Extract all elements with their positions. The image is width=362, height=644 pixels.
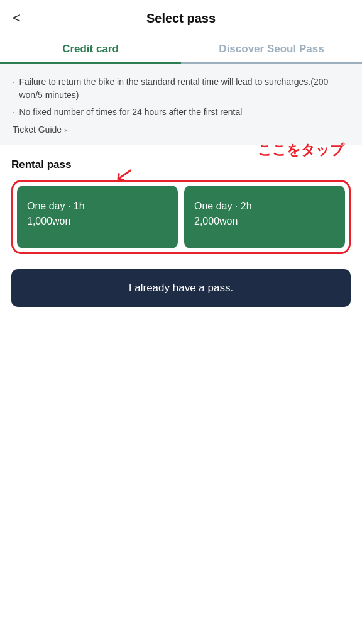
back-button[interactable]: <: [13, 11, 21, 25]
pass-card-2h-line1: One day · 2h: [194, 201, 335, 212]
info-item-1: Failure to return the bike in the standa…: [13, 75, 349, 102]
pass-card-1h[interactable]: One day · 1h 1,000won: [17, 186, 178, 248]
info-box: Failure to return the bike in the standa…: [0, 64, 362, 145]
ticket-guide-link[interactable]: Ticket Guide ›: [13, 125, 349, 135]
pass-cards-container: One day · 1h 1,000won One day · 2h 2,000…: [11, 180, 351, 254]
tab-bar: Credit card Discover Seoul Pass: [0, 34, 362, 64]
header: < Select pass: [0, 0, 362, 34]
chevron-right-icon: ›: [64, 125, 67, 135]
rental-section-title: Rental pass: [11, 158, 351, 171]
tab-credit-card[interactable]: Credit card: [0, 34, 181, 63]
pass-card-2h[interactable]: One day · 2h 2,000won: [184, 186, 345, 248]
rental-section: Rental pass ここをタップ ↙ One day · 1h 1,000w…: [0, 145, 362, 254]
tab-discover-seoul[interactable]: Discover Seoul Pass: [181, 34, 362, 63]
pass-card-1h-line2: 1,000won: [27, 216, 168, 227]
info-item-2: No fixed number of times for 24 hours af…: [13, 106, 349, 119]
pass-card-2h-line2: 2,000won: [194, 216, 335, 227]
already-have-pass-button[interactable]: I already have a pass.: [11, 269, 351, 307]
pass-cards-list: One day · 1h 1,000won One day · 2h 2,000…: [17, 186, 345, 248]
annotation-text: ここをタップ: [258, 141, 344, 160]
pass-card-1h-line1: One day · 1h: [27, 201, 168, 212]
annotation-wrapper: ここをタップ ↙ One day · 1h 1,000won One day ·…: [11, 180, 351, 254]
page-title: Select pass: [146, 11, 216, 26]
